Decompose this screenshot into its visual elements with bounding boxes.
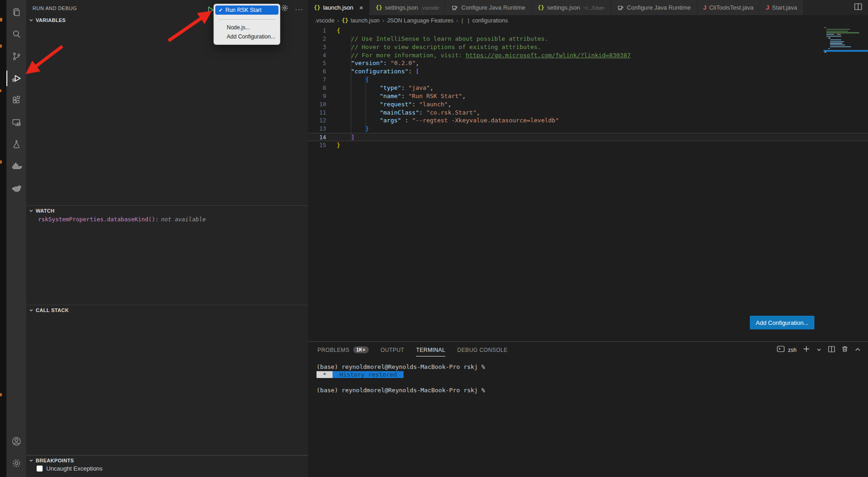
code-line[interactable]: 10 "request": "launch", (308, 100, 868, 109)
code-text[interactable]: { (326, 76, 868, 84)
remote-explorer-icon[interactable] (6, 111, 26, 133)
line-number[interactable]: 9 (308, 92, 326, 100)
breadcrumb-item[interactable]: {}launch.json (342, 17, 380, 24)
code-text[interactable]: // Hover to view descriptions of existin… (326, 43, 868, 51)
code-text[interactable]: { (326, 27, 868, 35)
dropdown-selected-item[interactable]: ✓ Run RSK Start (215, 5, 278, 15)
breakpoint-checkbox[interactable] (37, 466, 43, 472)
code-text[interactable]: ] (326, 133, 868, 141)
code-text[interactable]: } (326, 141, 868, 149)
chevron-down-icon (29, 308, 33, 313)
split-terminal-icon[interactable] (828, 346, 835, 354)
kill-terminal-trash-icon[interactable] (841, 345, 848, 354)
editor-tab[interactable]: {}settings.json~/.../User (532, 0, 611, 15)
line-number[interactable]: 13 (308, 125, 326, 133)
line-number[interactable]: 15 (308, 141, 326, 149)
line-number[interactable]: 7 (308, 76, 326, 84)
launch-profile-chevron-icon[interactable] (816, 346, 822, 354)
line-number[interactable]: 2 (308, 35, 326, 43)
call-stack-section-header[interactable]: CALL STACK (26, 305, 308, 315)
line-number[interactable]: 6 (308, 67, 326, 76)
watch-section-header[interactable]: WATCH (26, 205, 308, 215)
source-control-icon[interactable] (6, 45, 26, 67)
editor-tab[interactable]: Configure Java Runtime (445, 0, 531, 15)
code-text[interactable]: // Use IntelliSense to learn about possi… (326, 35, 868, 43)
code-text[interactable]: // For more information, visit: https://… (326, 51, 868, 60)
code-editor[interactable]: 1{2 // Use IntelliSense to learn about p… (308, 26, 868, 341)
accounts-icon[interactable] (6, 430, 26, 452)
watch-expression-row[interactable]: rskSystemProperties.databaseKind():not a… (38, 216, 206, 223)
code-line[interactable]: 8 "type": "java", (308, 84, 868, 92)
maximize-panel-icon[interactable] (855, 346, 861, 354)
docker-icon[interactable] (6, 155, 26, 177)
dropdown-separator (218, 19, 275, 20)
line-number[interactable]: 10 (308, 100, 326, 109)
add-configuration-button[interactable]: Add Configuration... (750, 316, 814, 329)
code-line[interactable]: 2 // Use IntelliSense to learn about pos… (308, 35, 868, 43)
gradle-icon[interactable] (6, 177, 26, 199)
code-text[interactable]: "configurations": [ (326, 67, 868, 76)
terminal-output[interactable]: (base) reynoldmorel@Reynolds-MacBook-Pro… (308, 358, 868, 394)
code-text[interactable]: "request": "launch", (326, 100, 868, 109)
tab-bar: {}launch.json×{}settings.json.vscodeConf… (308, 0, 868, 15)
line-number[interactable]: 8 (308, 84, 326, 92)
editor-tab[interactable]: Configure Java Runtime (611, 0, 697, 15)
breadcrumb-item[interactable]: [ ]configurations (461, 17, 508, 24)
code-line[interactable]: 11 "mainClass": "co.rsk.Start", (308, 109, 868, 117)
new-terminal-icon[interactable] (803, 345, 810, 354)
extensions-icon[interactable] (6, 89, 26, 111)
search-icon[interactable] (6, 23, 26, 45)
dropdown-item[interactable]: Node.js... (214, 23, 280, 32)
shell-label[interactable]: zsh (788, 347, 797, 353)
code-text[interactable]: "type": "java", (326, 84, 868, 92)
code-line[interactable]: 9 "name": "Run RSK Start", (308, 92, 868, 100)
code-line[interactable]: 1{ (308, 27, 868, 35)
line-number[interactable]: 12 (308, 116, 326, 125)
more-actions-icon[interactable]: ··· (295, 7, 303, 11)
settings-gear-icon[interactable] (6, 452, 26, 474)
testing-icon[interactable] (6, 133, 26, 155)
editor-tab[interactable]: JStart.java (760, 0, 803, 15)
line-number[interactable]: 4 (308, 51, 326, 60)
run-and-debug-icon[interactable] (6, 67, 26, 89)
minimap[interactable] (824, 26, 868, 55)
breadcrumb-item[interactable]: JSON Language Features (387, 17, 453, 24)
gear-icon[interactable] (281, 4, 289, 14)
debug-config-dropdown: ✓ Run RSK Start Node.js...Add Configurat… (213, 4, 280, 45)
editor-tab[interactable]: {}settings.json.vscode (370, 0, 445, 15)
panel-tab[interactable]: OUTPUT (381, 342, 404, 358)
panel-tab[interactable]: DEBUG CONSOLE (457, 342, 508, 358)
code-line[interactable]: 12 "args" : "--regtest -Xkeyvalue.dataso… (308, 116, 868, 125)
panel-tab[interactable]: TERMINAL (416, 342, 445, 358)
line-number[interactable]: 11 (308, 109, 326, 117)
dropdown-item[interactable]: Add Configuration... (214, 32, 280, 41)
breadcrumb-separator: › (456, 17, 458, 24)
close-icon[interactable]: × (359, 4, 363, 11)
split-editor-icon[interactable] (854, 3, 862, 12)
code-text[interactable]: } (326, 125, 868, 133)
code-line[interactable]: 15} (308, 141, 868, 149)
editor-tab[interactable]: {}launch.json× (308, 0, 370, 15)
line-number[interactable]: 14 (308, 133, 326, 141)
code-line[interactable]: 7 { (308, 76, 868, 84)
explorer-icon[interactable] (6, 1, 26, 23)
code-text[interactable]: "name": "Run RSK Start", (326, 92, 868, 100)
line-number[interactable]: 5 (308, 59, 326, 67)
panel-tab[interactable]: PROBLEMS1K+ (317, 342, 369, 358)
code-line[interactable]: 3 // Hover to view descriptions of exist… (308, 43, 868, 51)
breakpoints-section-header[interactable]: BREAKPOINTS (26, 455, 308, 465)
line-number[interactable]: 3 (308, 43, 326, 51)
code-text[interactable]: "mainClass": "co.rsk.Start", (326, 109, 868, 117)
code-line[interactable]: 6 "configurations": [ (308, 67, 868, 76)
minimap-line (837, 34, 841, 35)
code-text[interactable]: "version": "0.2.0", (326, 59, 868, 67)
code-text[interactable]: "args" : "--regtest -Xkeyvalue.datasourc… (326, 116, 868, 125)
code-line[interactable]: 4 // For more information, visit: https:… (308, 51, 868, 60)
json-icon: {} (342, 17, 348, 24)
code-line[interactable]: 14 ] (308, 133, 868, 141)
breadcrumb-item[interactable]: .vscode (315, 17, 334, 24)
editor-tab[interactable]: JCliToolsTest.java (697, 0, 760, 15)
code-line[interactable]: 5 "version": "0.2.0", (308, 59, 868, 67)
code-line[interactable]: 13 } (308, 125, 868, 133)
line-number[interactable]: 1 (308, 27, 326, 35)
